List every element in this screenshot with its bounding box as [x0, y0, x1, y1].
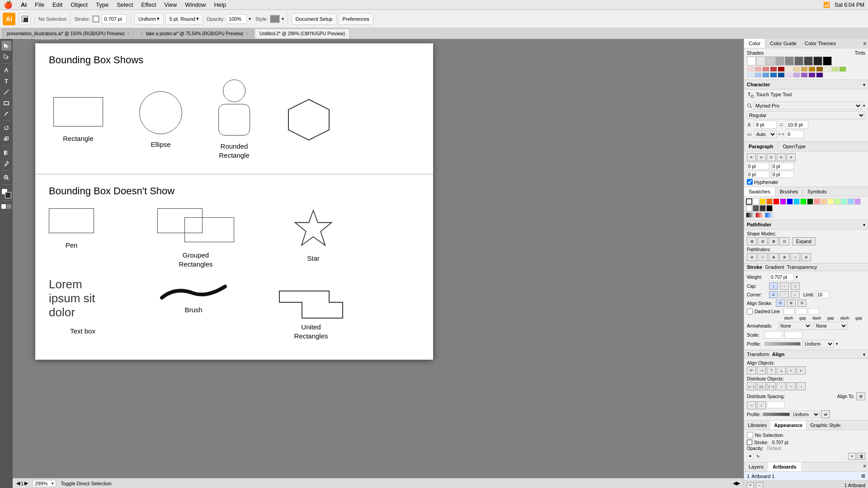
rotate-tool[interactable] — [1, 123, 11, 133]
kerning-select[interactable]: Auto — [754, 130, 777, 138]
color-box2[interactable] — [766, 56, 775, 66]
tab-presentation[interactable]: presentation_illustrations.ai* @ 150% (R… — [2, 28, 135, 38]
libraries-tab[interactable]: Libraries — [744, 421, 770, 430]
eyedropper-tool[interactable] — [1, 159, 11, 169]
dash-input2[interactable] — [808, 308, 819, 314]
shade-cell[interactable] — [762, 72, 769, 78]
preferences-btn[interactable]: Preferences — [338, 13, 373, 25]
doc-setup-btn[interactable]: Document Setup — [292, 13, 337, 25]
h-spacing-btn[interactable]: ↔ — [747, 401, 756, 409]
opacity-input[interactable] — [226, 14, 247, 24]
swatch-black2[interactable] — [753, 205, 759, 211]
prev-artboard[interactable]: ◀ — [16, 480, 20, 486]
swatch-cyan[interactable] — [793, 198, 800, 205]
type-tool[interactable]: T — [1, 76, 11, 86]
layers-panel-menu[interactable]: ≡ — [862, 462, 868, 471]
align-left-btn[interactable]: ≡ — [747, 153, 756, 161]
character-header[interactable]: Character ▾ — [744, 80, 868, 89]
gradient-tab[interactable]: Gradient — [765, 264, 784, 270]
layers-tab-btn[interactable]: Layers — [744, 462, 768, 471]
color-tab[interactable]: Color — [744, 39, 765, 48]
brush-tool[interactable] — [1, 109, 11, 119]
swatch-red[interactable] — [773, 198, 779, 205]
align-tab[interactable]: Align — [772, 352, 785, 357]
swatch2-2[interactable] — [821, 198, 827, 205]
dist-top[interactable]: ↑ — [777, 382, 786, 390]
shade-cell[interactable] — [755, 72, 762, 78]
swatches-tab[interactable]: Swatches — [744, 187, 775, 196]
align-inside-stroke-btn[interactable]: ⊞ — [787, 300, 796, 307]
align-center-btn[interactable]: ≡ — [757, 153, 766, 161]
tracking-input[interactable] — [786, 130, 804, 138]
align-center-stroke-btn[interactable]: ⊡ — [776, 300, 785, 307]
align-right-btn[interactable]: ≡ — [767, 153, 776, 161]
menu-view[interactable]: View — [160, 0, 180, 9]
shade-cell[interactable] — [808, 66, 816, 72]
font-style-select[interactable]: Regular — [747, 111, 865, 119]
color-guide-tab[interactable]: Color Guide — [765, 39, 801, 48]
zoom-chevron[interactable]: ▾ — [52, 481, 54, 486]
arrowhead-end-select[interactable]: None — [814, 322, 848, 330]
swatch2-1[interactable] — [814, 198, 820, 205]
dash-input1[interactable] — [783, 308, 795, 314]
gradient-tool[interactable] — [1, 148, 11, 158]
align-collapse[interactable]: ▾ — [863, 352, 865, 357]
dist-h-center[interactable]: |↕| — [757, 382, 766, 390]
justify-all-btn[interactable]: ≡ — [787, 153, 796, 161]
shade-cell[interactable] — [808, 72, 816, 78]
new-artboard-btn[interactable]: + — [747, 482, 754, 488]
font-size-input[interactable] — [754, 121, 777, 129]
fx-icon[interactable]: fx — [755, 453, 761, 460]
corner-miter-btn[interactable]: ∠ — [769, 291, 778, 298]
cap-round-btn[interactable]: ○ — [780, 282, 789, 290]
scale-input2[interactable] — [784, 331, 802, 338]
align-right-edges[interactable]: ⊤ — [767, 366, 776, 375]
grad-swatch3[interactable] — [765, 212, 774, 218]
add-new-effect-btn[interactable]: + — [848, 453, 856, 460]
shade-cell[interactable] — [801, 72, 808, 78]
swatch-dark[interactable] — [760, 205, 766, 211]
swatch2-6[interactable] — [848, 198, 854, 205]
tab-poster[interactable]: × take a poster.ai* @ 75.54% (RGB/GPU Pr… — [136, 28, 254, 38]
grad-swatch2[interactable] — [755, 212, 764, 218]
canvas-area[interactable]: Bounding Box Shows Rectangle Ellipse — [13, 39, 744, 488]
profile-select[interactable]: Uniform — [802, 340, 834, 348]
appearance-tab[interactable]: Appearance — [770, 421, 807, 430]
artboard-options-btn[interactable]: ⊞ — [861, 473, 865, 479]
paragraph-tab[interactable]: Paragraph — [744, 142, 778, 151]
menu-type[interactable]: Type — [92, 0, 112, 9]
shade-cell[interactable] — [770, 72, 777, 78]
shade-cell[interactable] — [762, 66, 769, 72]
space-before-input[interactable] — [747, 171, 769, 178]
shade-cell[interactable] — [747, 66, 754, 72]
swatch2-4[interactable] — [834, 198, 840, 205]
graphic-style-tab[interactable]: Graphic Style: — [807, 421, 845, 430]
swatch-green[interactable] — [800, 198, 807, 205]
align-to-btn[interactable]: ⊞ — [856, 392, 865, 400]
color-box1[interactable] — [756, 56, 765, 66]
artboard-nav[interactable]: ◀ 1 ▶ — [16, 480, 28, 486]
eye-icon[interactable]: 👁 — [747, 453, 753, 460]
pathfinder-header[interactable]: Pathfinder ▾ — [744, 220, 868, 230]
menu-select[interactable]: Select — [113, 0, 137, 9]
dashed-checkbox[interactable] — [747, 309, 753, 314]
shade-cell[interactable] — [793, 66, 800, 72]
align-top-edges[interactable]: ⊥ — [777, 366, 786, 375]
font-family-select[interactable]: Myriad Pro — [753, 102, 862, 110]
corner-round-btn[interactable]: ⌒ — [780, 291, 789, 298]
shade-cell[interactable] — [755, 66, 762, 72]
shade-cell[interactable] — [770, 66, 777, 72]
scale-tool[interactable] — [1, 134, 11, 144]
brushes-tab[interactable]: Brushes — [775, 187, 803, 196]
gap-input1[interactable] — [796, 308, 807, 314]
shade-cell[interactable] — [785, 72, 793, 78]
justify-btn[interactable]: ≡ — [777, 153, 786, 161]
merge-btn[interactable]: ⊕ — [769, 253, 778, 261]
cap-butt-btn[interactable]: | — [769, 282, 778, 290]
stroke-value-input[interactable] — [102, 14, 127, 24]
shade-cell[interactable] — [839, 66, 846, 72]
swatch2-3[interactable] — [827, 198, 834, 205]
menu-ai[interactable]: Ai — [17, 0, 30, 9]
weight-chevron[interactable]: ▾ — [796, 275, 798, 279]
minus-front-btn[interactable]: ⊟ — [758, 237, 768, 245]
